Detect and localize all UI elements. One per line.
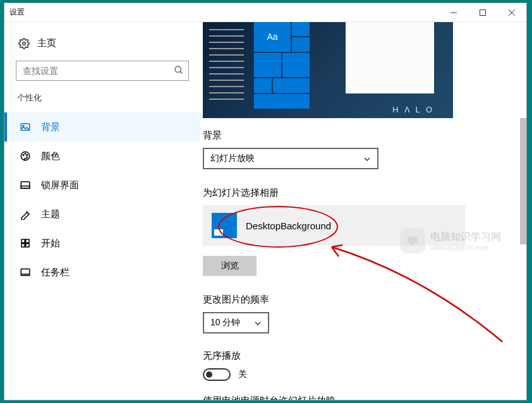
svg-point-5 <box>175 66 181 72</box>
svg-rect-13 <box>21 182 30 189</box>
picture-icon <box>20 121 31 133</box>
sidebar-item-label: 主题 <box>41 208 60 220</box>
maximize-button[interactable] <box>468 3 497 22</box>
svg-point-10 <box>23 155 24 156</box>
sidebar-item-label: 背景 <box>41 121 60 133</box>
dropdown-value: 10 分钟 <box>210 317 240 328</box>
palette-icon <box>20 150 31 162</box>
svg-rect-21 <box>408 237 418 244</box>
watermark-url: www.dnzs678.com <box>430 244 501 251</box>
sidebar-item-taskbar[interactable]: 任务栏 <box>4 258 200 287</box>
svg-point-4 <box>23 42 26 45</box>
frequency-dropdown[interactable]: 10 分钟 <box>203 312 269 334</box>
home-label: 主页 <box>37 37 56 49</box>
chevron-down-icon <box>363 155 371 162</box>
themes-icon <box>20 208 31 220</box>
minimize-button[interactable] <box>439 3 468 22</box>
svg-rect-15 <box>21 239 25 243</box>
sidebar-item-label: 颜色 <box>41 150 60 162</box>
shuffle-label: 无序播放 <box>203 350 526 362</box>
sidebar-item-label: 任务栏 <box>41 267 70 279</box>
watermark-logo-icon <box>400 228 425 253</box>
gear-icon <box>18 38 30 49</box>
search-box[interactable] <box>16 61 189 81</box>
battery-label: 使用电池电源时允许幻灯片放映 <box>203 395 526 400</box>
background-label: 背景 <box>203 129 526 141</box>
window-title: 设置 <box>4 7 439 18</box>
scrollbar[interactable] <box>520 118 526 244</box>
lockscreen-icon <box>20 179 31 191</box>
close-button[interactable] <box>497 3 526 22</box>
preview-brand: H Λ L O <box>392 105 434 114</box>
shuffle-toggle[interactable] <box>203 368 231 381</box>
frequency-label: 更改图片的频率 <box>203 294 526 306</box>
search-input[interactable] <box>16 61 189 81</box>
sidebar-item-lockscreen[interactable]: 锁屏界面 <box>4 171 200 200</box>
sidebar-item-start[interactable]: 开始 <box>4 229 200 258</box>
content-area: Aa H Λ L O 背景 幻灯片放映 为幻灯片选择相册 <box>200 22 526 400</box>
sidebar-item-themes[interactable]: 主题 <box>4 200 200 229</box>
svg-rect-14 <box>21 186 30 189</box>
taskbar-icon <box>20 267 31 278</box>
browse-button[interactable]: 浏览 <box>203 256 257 276</box>
album-name: DesktopBackground <box>246 220 331 231</box>
search-icon <box>174 65 184 75</box>
dropdown-value: 幻灯片放映 <box>210 153 255 164</box>
background-dropdown[interactable]: 幻灯片放映 <box>203 148 378 169</box>
background-preview: Aa H Λ L O <box>203 22 453 118</box>
folder-icon <box>212 213 237 238</box>
svg-point-12 <box>27 155 28 156</box>
settings-window: 设置 主页 个性化 <box>4 3 527 400</box>
album-label: 为幻灯片选择相册 <box>203 187 526 199</box>
start-icon <box>20 238 31 249</box>
category-label: 个性化 <box>4 92 200 112</box>
watermark: 电脑知识学习网 www.dnzs678.com <box>400 228 501 253</box>
titlebar: 设置 <box>4 3 526 22</box>
svg-rect-1 <box>480 9 486 15</box>
sidebar-item-label: 开始 <box>41 238 60 250</box>
watermark-name: 电脑知识学习网 <box>430 231 501 244</box>
chevron-down-icon <box>254 319 262 327</box>
svg-rect-17 <box>21 244 25 247</box>
svg-rect-16 <box>26 239 29 243</box>
shuffle-state: 关 <box>238 369 247 380</box>
sidebar-item-label: 锁屏界面 <box>41 179 79 191</box>
sidebar-item-colors[interactable]: 颜色 <box>4 141 200 171</box>
sidebar: 主页 个性化 背景 颜色 锁屏界面 <box>4 22 200 400</box>
home-link[interactable]: 主页 <box>4 33 200 58</box>
sidebar-item-background[interactable]: 背景 <box>4 112 200 141</box>
svg-rect-22 <box>411 244 414 246</box>
svg-rect-18 <box>26 244 29 247</box>
svg-line-6 <box>180 71 182 73</box>
preview-tile-aa: Aa <box>253 22 291 52</box>
svg-point-11 <box>25 153 26 155</box>
